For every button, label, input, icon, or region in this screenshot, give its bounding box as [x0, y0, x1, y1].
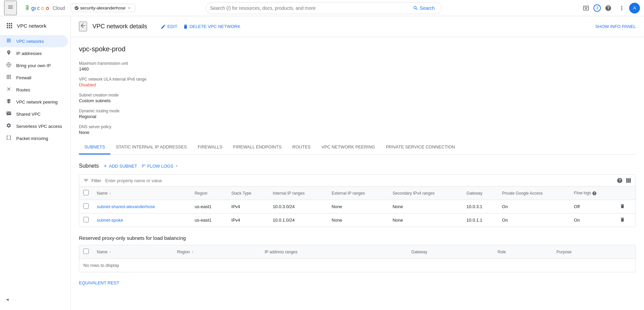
subnets-section-header: Subnets ADD SUBNET FLOW LOGS [79, 163, 636, 169]
content-area: vpc-spoke-prod Maximum transmission unit… [71, 37, 644, 302]
main-header: VPC network details EDIT DELETE VPC NETW… [71, 16, 644, 37]
user-avatar[interactable]: A [629, 3, 640, 13]
tab-vpc-peering[interactable]: VPC NETWORK PEERING [316, 140, 381, 154]
vpc-network-icon [5, 22, 13, 30]
col-private-google: Private Google Access [498, 187, 570, 200]
sidebar-item-ip-addresses[interactable]: IP addresses [0, 47, 68, 59]
row1-delete-icon[interactable] [620, 203, 625, 209]
sidebar-item-vpc-networks[interactable]: VPC networks [0, 35, 68, 47]
sidebar-item-firewall-label: Firewall [16, 75, 31, 80]
row1-checkbox[interactable] [83, 203, 89, 209]
edit-button[interactable]: EDIT [161, 24, 177, 29]
row2-checkbox[interactable] [83, 217, 89, 222]
reserved-col-role: Role [494, 245, 553, 259]
reserved-title: Reserved proxy-only subnets for load bal… [79, 235, 636, 241]
help-icon-btn[interactable] [602, 2, 614, 14]
routes-icon [5, 86, 12, 93]
subnets-table: Name ↑ Region Stack Type Internal IP ran… [79, 187, 636, 227]
menu-icon[interactable] [4, 1, 17, 15]
detail-routing-mode: Dynamic routing mode Regional [79, 109, 636, 119]
sidebar-item-firewall[interactable]: Firewall [0, 72, 68, 84]
sidebar-item-serverless-vpc[interactable]: Serverless VPC access [0, 120, 68, 132]
no-rows-text: No rows to display [79, 259, 636, 272]
row2-internal-ip: 10.0.1.0/24 [269, 214, 328, 227]
google-cloud-logo[interactable]: Cloud [20, 5, 65, 11]
equivalent-rest-link[interactable]: EQUIVALENT REST [79, 280, 119, 285]
subnet-mode-label: Subnet creation mode [79, 93, 636, 97]
subnet-name-1[interactable]: subnet-shared-alexanderhose [97, 204, 155, 209]
project-selector[interactable]: security-alexanderhose [71, 4, 135, 12]
subnets-table-container: Filter Name ↑ [79, 174, 636, 227]
col-stack-type: Stack Type [227, 187, 269, 200]
sidebar: VPC network VPC networks IP addresses Br… [0, 16, 71, 310]
tabs: SUBNETS STATIC INTERNAL IP ADDRESSES FIR… [79, 140, 636, 155]
table-header-row: Name ↑ Region Stack Type Internal IP ran… [79, 187, 636, 200]
back-button[interactable] [79, 22, 87, 31]
tab-firewalls[interactable]: FIREWALLS [192, 140, 228, 154]
collapse-sidebar-btn[interactable]: ◄ [0, 294, 15, 305]
flow-logs-button[interactable]: FLOW LOGS [141, 164, 179, 169]
tab-routes[interactable]: ROUTES [287, 140, 316, 154]
filter-help-icon[interactable] [617, 177, 623, 184]
name-sort-icon[interactable]: ↑ [109, 192, 111, 195]
row1-external-ip: None [328, 200, 389, 214]
reserved-table: Name ↑ Region ↑ IP address ranges Gatewa… [79, 245, 636, 272]
packet-mirroring-icon [5, 135, 12, 142]
reserved-region-sort[interactable]: ↑ [192, 250, 193, 254]
search-bar[interactable]: Search [206, 2, 442, 14]
detail-ipv6: VPC network ULA internal IPv6 range Disa… [79, 77, 636, 87]
sidebar-item-routes[interactable]: Routes [0, 84, 68, 96]
vpc-peering-icon [5, 98, 12, 105]
notification-badge[interactable]: 3 [593, 4, 601, 12]
tab-subnets[interactable]: SUBNETS [79, 140, 110, 154]
row2-delete-icon[interactable] [620, 217, 625, 222]
delete-button[interactable]: DELETE VPC NETWORK [183, 24, 241, 29]
reserved-col-ip-ranges: IP address ranges [261, 245, 408, 259]
sidebar-header-text: VPC network [17, 23, 47, 29]
search-button[interactable]: Search [410, 4, 437, 12]
more-options-btn[interactable] [616, 2, 628, 14]
reserved-select-all[interactable] [83, 249, 89, 254]
mtu-label: Maximum transmission unit [79, 61, 636, 66]
sidebar-item-packet-mirroring-label: Packet mirroring [16, 136, 48, 141]
row2-private-google: On [498, 214, 570, 227]
ip-addresses-icon [5, 50, 12, 57]
sidebar-item-vpc-peering[interactable]: VPC network peering [0, 96, 68, 108]
reserved-name-sort[interactable]: ↑ [109, 250, 111, 254]
routing-mode-label: Dynamic routing mode [79, 109, 636, 113]
tab-static-ip[interactable]: STATIC INTERNAL IP ADDRESSES [110, 140, 192, 154]
sidebar-item-packet-mirroring[interactable]: Packet mirroring [0, 132, 68, 144]
show-info-panel-btn[interactable]: SHOW INFO PANEL [595, 24, 636, 29]
columns-icon[interactable] [625, 177, 632, 184]
col-secondary-ipv4: Secondary IPv4 ranges [389, 187, 463, 200]
dns-policy-label: DNS server policy [79, 124, 636, 129]
header-actions: EDIT DELETE VPC NETWORK [161, 24, 241, 29]
reserved-table-container: Name ↑ Region ↑ IP address ranges Gatewa… [79, 245, 636, 272]
tab-private-service[interactable]: PRIVATE SERVICE CONNECTION [381, 140, 460, 154]
select-all-checkbox[interactable] [83, 190, 89, 195]
detail-mtu: Maximum transmission unit 1460 [79, 61, 636, 72]
page-title: VPC network details [92, 23, 147, 30]
subnet-name-2[interactable]: subnet-spoke [97, 218, 123, 223]
col-name: Name ↑ [93, 187, 191, 200]
vpc-networks-icon [5, 38, 12, 45]
filter-input[interactable] [105, 178, 614, 183]
sidebar-item-routes-label: Routes [16, 87, 30, 92]
sidebar-item-serverless-vpc-label: Serverless VPC access [16, 124, 62, 129]
firewall-icon [5, 74, 12, 81]
reserved-col-gateway: Gateway [407, 245, 494, 259]
bring-own-ip-icon [5, 62, 12, 69]
flow-logs-help-icon[interactable] [592, 191, 597, 196]
sidebar-item-shared-vpc[interactable]: Shared VPC [0, 108, 68, 120]
detail-dns-policy: DNS server policy None [79, 124, 636, 135]
terminal-icon-btn[interactable] [580, 2, 592, 14]
col-flow-logs: Flow logs [570, 187, 616, 200]
reserved-col-purpose: Purpose [553, 245, 636, 259]
row1-internal-ip: 10.0.3.0/24 [269, 200, 328, 214]
sidebar-item-bring-your-own-ip[interactable]: Bring your own IP [0, 59, 68, 72]
add-subnet-button[interactable]: ADD SUBNET [103, 164, 137, 169]
col-internal-ip: Internal IP ranges [269, 187, 328, 200]
tab-firewall-endpoints[interactable]: FIREWALL ENDPOINTS [228, 140, 287, 154]
edit-button-label: EDIT [167, 24, 177, 29]
search-input[interactable] [210, 5, 411, 11]
